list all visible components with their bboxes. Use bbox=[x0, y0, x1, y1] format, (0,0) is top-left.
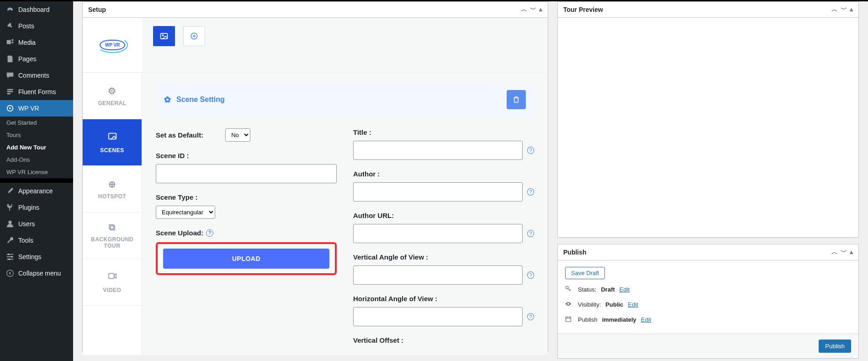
svg-point-9 bbox=[8, 259, 10, 260]
sidebar-item-label: Plugins bbox=[18, 204, 39, 211]
status-label: Status: bbox=[578, 286, 596, 293]
tab-label: VIDEO bbox=[103, 287, 122, 293]
sidebar-item-label: Dashboard bbox=[18, 6, 50, 13]
info-icon[interactable]: ? bbox=[527, 147, 534, 154]
tour-preview-area bbox=[558, 18, 858, 237]
default-select[interactable]: No bbox=[225, 128, 250, 142]
tab-scenes[interactable]: SCENES bbox=[83, 119, 142, 166]
scene-type-select[interactable]: Equirectangular bbox=[156, 206, 215, 219]
sidebar-item-label: WP VR bbox=[18, 105, 39, 112]
wrench-icon bbox=[5, 236, 15, 245]
tab-video[interactable]: VIDEO bbox=[83, 259, 142, 306]
add-tab-button[interactable] bbox=[183, 26, 205, 46]
author-label: Author : bbox=[353, 170, 380, 178]
scene-upload-label: Scene Upload: bbox=[156, 229, 203, 237]
sidebar-item-users[interactable]: Users bbox=[0, 216, 73, 232]
vr-icon bbox=[5, 104, 15, 113]
panel-title: Publish bbox=[563, 249, 587, 256]
devices-icon: ⧉ bbox=[109, 222, 116, 233]
edit-visibility-link[interactable]: Edit bbox=[628, 301, 638, 308]
chevron-up-icon[interactable]: ︿ bbox=[831, 248, 838, 256]
chevron-up-icon[interactable]: ︿ bbox=[831, 5, 838, 14]
sidebar-sub-add-new-tour[interactable]: Add New Tour bbox=[0, 141, 73, 154]
user-icon bbox=[5, 219, 15, 228]
sidebar-item-tools[interactable]: Tools bbox=[0, 232, 73, 249]
publish-when-label: Publish bbox=[578, 316, 598, 323]
sidebar-item-media[interactable]: Media bbox=[0, 34, 73, 51]
vangle-label: Vertical Angle of View : bbox=[353, 253, 428, 261]
save-draft-button[interactable]: Save Draft bbox=[565, 267, 605, 279]
info-icon[interactable]: ? bbox=[527, 271, 534, 279]
chevron-down-icon[interactable]: ﹀ bbox=[841, 5, 847, 14]
sidebar-item-label: Collapse menu bbox=[18, 270, 61, 277]
sidebar-item-comments[interactable]: Comments bbox=[0, 67, 73, 84]
svg-point-0 bbox=[9, 10, 11, 11]
scene-id-label: Scene ID : bbox=[156, 152, 189, 159]
info-icon[interactable]: ? bbox=[527, 188, 534, 196]
video-icon bbox=[107, 271, 117, 283]
svg-rect-15 bbox=[108, 274, 114, 279]
gear-icon: ✿ bbox=[164, 95, 171, 105]
tour-preview-panel: Tour Preview ︿ ﹀ ▴ bbox=[557, 1, 859, 238]
edit-status-link[interactable]: Edit bbox=[619, 286, 630, 293]
tab-label: BACKGROUND TOUR bbox=[83, 236, 142, 249]
title-input[interactable] bbox=[353, 141, 523, 160]
info-icon[interactable]: ? bbox=[527, 313, 534, 320]
caret-up-icon[interactable]: ▴ bbox=[539, 5, 542, 14]
author-input[interactable] bbox=[353, 182, 523, 202]
sidebar-sub-addons[interactable]: Add-Ons bbox=[0, 154, 73, 166]
svg-point-2 bbox=[9, 107, 11, 109]
setup-panel: Setup ︿ ﹀ ▴ WP VR bbox=[82, 1, 548, 352]
eye-icon bbox=[565, 301, 573, 308]
sidebar-item-label: Pages bbox=[18, 55, 37, 63]
vangle-input[interactable] bbox=[353, 265, 523, 285]
plug-icon bbox=[5, 203, 15, 212]
sidebar-sub-license[interactable]: WP VR License bbox=[0, 166, 73, 178]
sidebar-item-label: Comments bbox=[18, 72, 49, 79]
hangle-input[interactable] bbox=[353, 307, 523, 326]
author-url-input[interactable] bbox=[353, 224, 523, 243]
delete-scene-button[interactable] bbox=[507, 90, 526, 109]
publish-when-value: immediately bbox=[602, 316, 636, 323]
chevron-down-icon[interactable]: ﹀ bbox=[841, 248, 847, 256]
sidebar-item-collapse[interactable]: Collapse menu bbox=[0, 265, 73, 281]
upload-button[interactable]: UPLOAD bbox=[163, 249, 329, 269]
tab-hotspot[interactable]: ⊕HOTSPOT bbox=[83, 166, 142, 212]
sidebar-item-pages[interactable]: Pages bbox=[0, 51, 73, 67]
info-icon[interactable]: ? bbox=[527, 230, 534, 237]
tab-background-tour[interactable]: ⧉BACKGROUND TOUR bbox=[83, 212, 142, 259]
svg-point-8 bbox=[11, 256, 13, 258]
sidebar-item-fluent-forms[interactable]: Fluent Forms bbox=[0, 84, 73, 100]
gear-icon: ⚙ bbox=[108, 85, 116, 96]
scene-tab-button[interactable] bbox=[153, 26, 175, 46]
tab-general[interactable]: ⚙GENERAL bbox=[83, 73, 142, 119]
pages-icon bbox=[5, 54, 15, 64]
publish-panel: Publish ︿ ﹀ ▴ Save Draft Status: Draft E… bbox=[557, 244, 859, 359]
target-icon: ⊕ bbox=[108, 179, 116, 190]
sidebar-item-dashboard[interactable]: Dashboard bbox=[0, 1, 73, 18]
svg-point-16 bbox=[566, 286, 568, 289]
sidebar-item-posts[interactable]: Posts bbox=[0, 18, 73, 34]
upload-highlight: UPLOAD bbox=[156, 242, 337, 275]
sidebar-item-appearance[interactable]: Appearance bbox=[0, 183, 73, 199]
form-icon bbox=[5, 87, 15, 96]
scene-setting-label: Scene Setting bbox=[176, 96, 225, 104]
chevron-up-icon[interactable]: ︿ bbox=[521, 5, 527, 14]
sidebar-item-label: Posts bbox=[18, 22, 34, 30]
svg-point-12 bbox=[162, 35, 164, 36]
sidebar-item-settings[interactable]: Settings bbox=[0, 249, 73, 265]
sidebar-item-plugins[interactable]: Plugins bbox=[0, 199, 73, 216]
visibility-value: Public bbox=[605, 301, 623, 308]
pin-icon bbox=[5, 21, 15, 31]
default-label: Set as Default: bbox=[156, 131, 203, 139]
scene-id-input[interactable] bbox=[156, 164, 337, 183]
caret-up-icon[interactable]: ▴ bbox=[850, 248, 853, 256]
info-icon[interactable]: ? bbox=[206, 229, 213, 237]
chevron-down-icon[interactable]: ﹀ bbox=[530, 5, 536, 14]
sidebar-sub-get-started[interactable]: Get Started bbox=[0, 117, 73, 129]
sidebar-item-wpvr[interactable]: WP VR bbox=[0, 100, 73, 117]
caret-up-icon[interactable]: ▴ bbox=[850, 5, 853, 14]
edit-publish-link[interactable]: Edit bbox=[641, 316, 651, 323]
publish-button[interactable]: Publish bbox=[819, 340, 851, 353]
sidebar-sub-tours[interactable]: Tours bbox=[0, 129, 73, 141]
